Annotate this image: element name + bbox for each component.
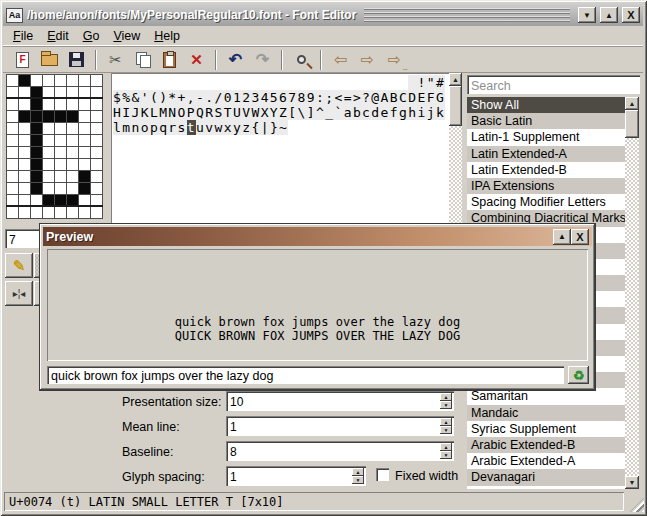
glyph-pixel[interactable] [7, 159, 18, 170]
scroll-up-icon[interactable]: ▲ [625, 97, 639, 110]
menu-edit[interactable]: Edit [47, 29, 69, 43]
dialog-close-button[interactable]: X [571, 229, 589, 245]
glyph-pixel[interactable] [91, 171, 102, 182]
scroll-down-icon[interactable]: ▼ [625, 476, 639, 489]
goto-glyph-button[interactable]: ⇨... [381, 48, 408, 71]
glyph-pixel[interactable] [67, 207, 78, 218]
glyph-pixel[interactable] [55, 183, 66, 194]
resize-grip[interactable] [630, 498, 644, 512]
glyph-pixel[interactable] [19, 99, 30, 110]
glyph-pixel[interactable] [55, 159, 66, 170]
block-list-item[interactable]: Bengali [467, 486, 625, 490]
block-list-item[interactable]: Show All [467, 97, 625, 113]
glyph-pixel[interactable] [7, 135, 18, 146]
save-button[interactable] [63, 48, 90, 71]
charmap-chars[interactable]: lmnopqrs [113, 120, 187, 135]
open-button[interactable] [36, 48, 63, 71]
pen-size-input[interactable] [5, 229, 40, 248]
glyph-pixel[interactable] [43, 171, 54, 182]
glyph-pixel[interactable] [55, 99, 66, 110]
mean-line-input[interactable] [226, 416, 454, 436]
glyph-pixel[interactable] [31, 159, 42, 170]
glyph-pixel[interactable] [43, 135, 54, 146]
glyph-pixel[interactable] [31, 99, 42, 110]
glyph-pixel[interactable] [55, 207, 66, 218]
block-list-item[interactable]: Latin-1 Supplement [467, 129, 625, 145]
glyph-pixel[interactable] [43, 147, 54, 158]
presentation-size-input[interactable] [226, 391, 454, 411]
glyph-pixel[interactable] [91, 159, 102, 170]
glyph-pixel[interactable] [67, 75, 78, 86]
glyph-pixel[interactable] [79, 135, 90, 146]
block-list-item[interactable]: Syriac Supplement [467, 421, 625, 437]
block-list-item[interactable]: Latin Extended-B [467, 162, 625, 178]
glyph-pixel[interactable] [19, 123, 30, 134]
glyph-pixel[interactable] [31, 171, 42, 182]
glyph-pixel[interactable] [7, 183, 18, 194]
search-input[interactable] [467, 75, 640, 94]
rollup-button[interactable]: ▲ [553, 229, 571, 245]
glyph-pixel[interactable] [7, 99, 18, 110]
title-bar[interactable]: Aa /home/anon/fonts/MyPersonalRegular10.… [3, 4, 643, 26]
glyph-pixel[interactable] [91, 207, 102, 218]
preview-dialog-title-bar[interactable]: Preview ▲ X [43, 227, 592, 246]
minimize-button[interactable]: ▼ [578, 7, 596, 23]
block-list-item[interactable]: Samaritan [467, 388, 625, 404]
glyph-pixel[interactable] [91, 135, 102, 146]
glyph-pixel[interactable] [91, 111, 102, 122]
spin-down-icon[interactable]: ▼ [440, 426, 452, 434]
block-list-scrollbar-track[interactable] [625, 138, 639, 476]
glyph-pixel[interactable] [7, 123, 18, 134]
glyph-pixel[interactable] [67, 111, 78, 122]
maximize-button[interactable]: ▲ [600, 7, 618, 23]
spin-down-icon[interactable]: ▼ [352, 476, 364, 484]
charmap-chars[interactable]: !"# [408, 75, 445, 90]
glyph-pixel[interactable] [67, 147, 78, 158]
glyph-pixel[interactable] [67, 99, 78, 110]
fixed-width-checkbox[interactable] [376, 468, 389, 481]
glyph-pixel[interactable] [67, 159, 78, 170]
charmap-chars[interactable]: $%&'()*+,-./0123456789:;<=>?@ABCDEFG [113, 90, 445, 105]
glyph-pixel[interactable] [19, 207, 30, 218]
glyph-pixel[interactable] [55, 75, 66, 86]
delete-button[interactable]: ✕ [183, 48, 210, 71]
glyph-pixel[interactable] [19, 75, 30, 86]
glyph-pixel[interactable] [31, 75, 42, 86]
glyph-pixel[interactable] [55, 147, 66, 158]
new-file-button[interactable]: F [9, 48, 36, 71]
spin-up-icon[interactable]: ▲ [440, 393, 452, 401]
glyph-pixel[interactable] [43, 123, 54, 134]
block-list-item[interactable]: Devanagari [467, 469, 625, 485]
glyph-pixel[interactable] [79, 147, 90, 158]
charmap-chars[interactable]: HIJKLMNOPQRSTUVWXYZ[\]^_`abcdefghijk [113, 105, 445, 120]
spin-up-icon[interactable]: ▲ [440, 418, 452, 426]
glyph-pixel[interactable] [7, 111, 18, 122]
back-button[interactable]: ⇦ [327, 48, 354, 71]
glyph-pixel[interactable] [67, 135, 78, 146]
block-list-scrollbar-thumb[interactable] [625, 110, 639, 138]
spin-up-icon[interactable]: ▲ [352, 468, 364, 476]
glyph-pixel[interactable] [91, 123, 102, 134]
paste-button[interactable] [156, 48, 183, 71]
glyph-pixel[interactable] [67, 123, 78, 134]
glyph-pixel[interactable] [31, 111, 42, 122]
preview-text-input[interactable] [47, 366, 564, 384]
block-list-item[interactable]: Mandaic [467, 405, 625, 421]
menu-help[interactable]: Help [154, 29, 180, 43]
glyph-pixel[interactable] [31, 183, 42, 194]
glyph-pixel[interactable] [91, 99, 102, 110]
glyph-pixel[interactable] [79, 183, 90, 194]
block-list-item[interactable]: IPA Extensions [467, 178, 625, 194]
glyph-pixel[interactable] [91, 147, 102, 158]
glyph-pixel[interactable] [55, 123, 66, 134]
forward-button[interactable]: ⇨ [354, 48, 381, 71]
glyph-pixel[interactable] [91, 183, 102, 194]
glyph-pixel[interactable] [79, 207, 90, 218]
spin-up-icon[interactable]: ▲ [440, 443, 452, 451]
glyph-pixel[interactable] [19, 111, 30, 122]
undo-button[interactable]: ↶ [222, 48, 249, 71]
close-button[interactable]: X [622, 7, 640, 23]
glyph-pixel[interactable] [19, 135, 30, 146]
glyph-pixel[interactable] [79, 75, 90, 86]
redo-button[interactable]: ↷ [249, 48, 276, 71]
